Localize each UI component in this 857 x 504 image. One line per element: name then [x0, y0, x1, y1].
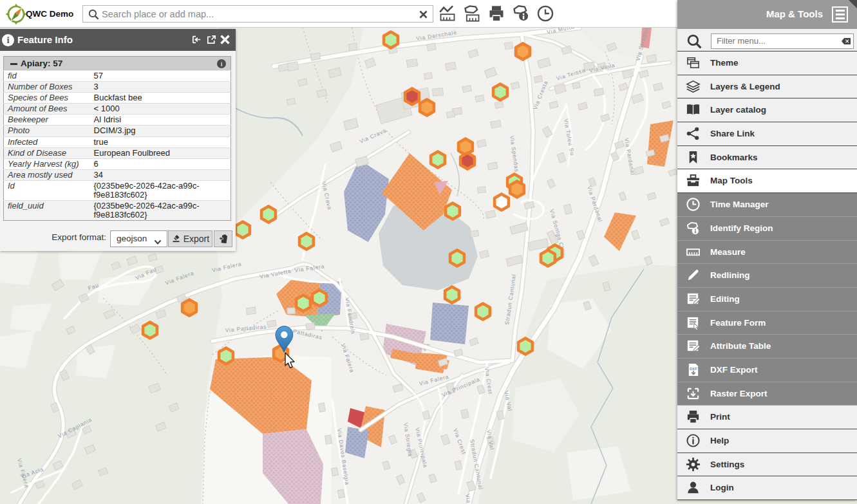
svg-text:DXF: DXF [690, 366, 697, 370]
